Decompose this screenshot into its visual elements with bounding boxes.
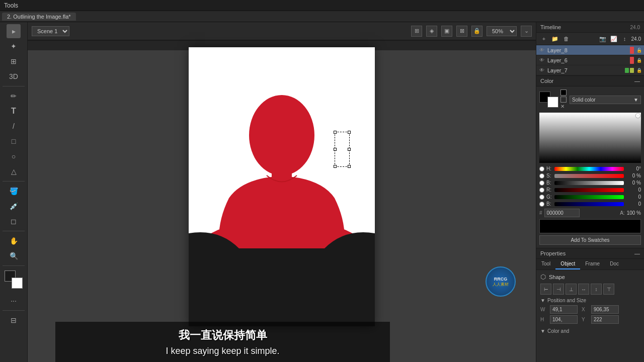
align-bottom[interactable]: ⊤ (603, 284, 614, 295)
layer-row-layer8[interactable]: 👁 Layer_8 🔓 (536, 45, 644, 55)
b-radio[interactable] (539, 180, 544, 186)
layer-row-layer6[interactable]: 👁 Layer_6 🔒 (536, 55, 644, 65)
stroke-swatch[interactable] (547, 97, 558, 108)
rect-tool[interactable]: □ (7, 134, 21, 148)
hand-tool[interactable]: ✋ (7, 234, 21, 248)
tl-graph[interactable]: 📈 (609, 34, 618, 43)
frame-tool[interactable]: ⊟ (7, 313, 21, 327)
tl-camera[interactable]: 📷 (598, 34, 607, 43)
subtitle-english: I keep saying keep it simple. (166, 346, 279, 356)
h-input[interactable] (550, 315, 578, 324)
hex-input[interactable] (544, 209, 580, 217)
zoom-tool[interactable]: 🔍 (7, 249, 21, 263)
line-tool[interactable]: / (7, 119, 21, 133)
r-slider[interactable] (554, 188, 624, 192)
eyedropper-tool[interactable]: 💉 (7, 199, 21, 213)
subtitle-chinese: 我一直说保持简单 (179, 328, 267, 343)
none-icon[interactable]: ✕ (560, 104, 567, 110)
view-btn-4[interactable]: ⊠ (456, 26, 467, 37)
x-input[interactable] (591, 305, 619, 314)
poly-tool[interactable]: △ (7, 164, 21, 178)
layer7-lock[interactable]: 🔒 (636, 67, 642, 73)
layer6-eye[interactable]: 👁 (538, 57, 545, 64)
options-btn[interactable]: ··· (7, 294, 21, 308)
g-radio[interactable] (539, 195, 544, 200)
color-collapse[interactable]: — (634, 78, 640, 84)
s-row: S: 0 % (539, 173, 641, 178)
file-tab[interactable]: 2. Outlining the Image.fla* (2, 13, 76, 21)
fill-icon[interactable] (560, 89, 567, 96)
tab-object[interactable]: Object (555, 259, 580, 269)
r-radio[interactable] (539, 188, 544, 193)
scene-select[interactable]: Scene 1 (32, 26, 69, 36)
s-radio[interactable] (539, 173, 544, 178)
svg-point-2 (249, 95, 314, 175)
props-content: ⬡ Shape ⊢ ⊣ ⊥ ↔ ↕ ⊤ ▼ Position and Size (536, 270, 644, 339)
top-bar: Tools (0, 0, 644, 11)
align-right[interactable]: ⊥ (566, 284, 577, 295)
watermark-bottom: 人人素材 (493, 282, 509, 287)
view-btn-6[interactable]: ⌄ (521, 26, 532, 37)
subselection-tool[interactable]: ✦ (7, 39, 21, 53)
add-swatches-btn[interactable]: Add To Swatches (539, 235, 641, 245)
align-top[interactable]: ↔ (578, 284, 589, 295)
view-btn-2[interactable]: ◈ (426, 26, 437, 37)
3d-tool[interactable]: 3D (7, 69, 21, 83)
align-center-v[interactable]: ↕ (591, 284, 602, 295)
properties-collapse[interactable]: — (634, 250, 640, 256)
artwork-svg (189, 47, 375, 326)
watermark-circle: RRCG 人人素材 (486, 266, 516, 297)
view-btn-5[interactable]: 🔒 (471, 26, 482, 37)
selection-tool[interactable]: ▸ (7, 24, 21, 38)
layer-row-layer7[interactable]: 👁 Layer_7 🔒 (536, 65, 644, 75)
tl-new-layer[interactable]: + (539, 34, 548, 43)
tl-delete[interactable]: 🗑 (561, 34, 571, 43)
h-slider[interactable] (554, 167, 624, 171)
blue-radio[interactable] (539, 202, 544, 207)
align-left[interactable]: ⊢ (540, 284, 551, 295)
fps-display: 24.0 (631, 36, 641, 42)
layer8-strip (630, 47, 634, 54)
w-input[interactable] (550, 305, 578, 314)
view-btn-1[interactable]: ⊞ (411, 26, 422, 37)
tab-doc[interactable]: Doc (605, 259, 624, 269)
layer7-name: Layer_7 (547, 67, 623, 73)
g-slider[interactable] (554, 195, 624, 199)
zoom-select[interactable]: 50% (487, 26, 517, 36)
subtitle-bar: 我一直说保持简单 I keep saying keep it simple. (55, 322, 390, 362)
h-radio[interactable] (539, 166, 544, 171)
main-layout: ▸ ✦ ⊞ 3D ✏ T / □ ○ △ 🪣 💉 ◻ ✋ 🔍 ··· ⊟ Sce… (0, 22, 644, 362)
oval-tool[interactable]: ○ (7, 149, 21, 163)
layer8-lock[interactable]: 🔓 (636, 47, 642, 53)
s-slider[interactable] (554, 174, 624, 178)
layer7-eye[interactable]: 👁 (538, 67, 545, 74)
tab-frame[interactable]: Frame (580, 259, 605, 269)
color-and-header[interactable]: ▼ Color and (540, 328, 640, 334)
align-center-h[interactable]: ⊣ (553, 284, 564, 295)
pos-size-arrow: ▼ (540, 298, 545, 303)
b-slider[interactable] (554, 181, 624, 185)
tl-folder[interactable]: 📁 (550, 34, 559, 43)
g-row: G: 0 (539, 194, 641, 200)
s-value: 0 % (626, 173, 641, 178)
pencil-tool[interactable]: ✏ (7, 89, 21, 103)
gradient-cursor[interactable] (636, 114, 640, 118)
layer6-lock[interactable]: 🔒 (636, 57, 642, 63)
eraser-tool[interactable]: ◻ (7, 214, 21, 228)
background-color[interactable] (12, 278, 23, 289)
y-input[interactable] (591, 315, 619, 324)
transform-tool[interactable]: ⊞ (7, 54, 21, 68)
view-btn-3[interactable]: ▣ (441, 26, 452, 37)
color-gradient-box[interactable] (539, 113, 641, 163)
tab-tool[interactable]: Tool (536, 259, 555, 269)
paint-bucket-tool[interactable]: 🪣 (7, 184, 21, 198)
color-type-select[interactable]: Solid color ▼ (570, 96, 641, 104)
r-row: R: 0 (539, 187, 641, 193)
stroke-icon[interactable] (560, 97, 567, 103)
layer8-eye[interactable]: 👁 (538, 47, 545, 54)
blue-slider[interactable] (554, 202, 624, 206)
color-selector[interactable] (5, 270, 23, 289)
pos-size-header[interactable]: ▼ Position and Size (540, 298, 640, 303)
tl-sort[interactable]: ↕ (620, 34, 629, 43)
text-tool[interactable]: T (7, 104, 21, 118)
